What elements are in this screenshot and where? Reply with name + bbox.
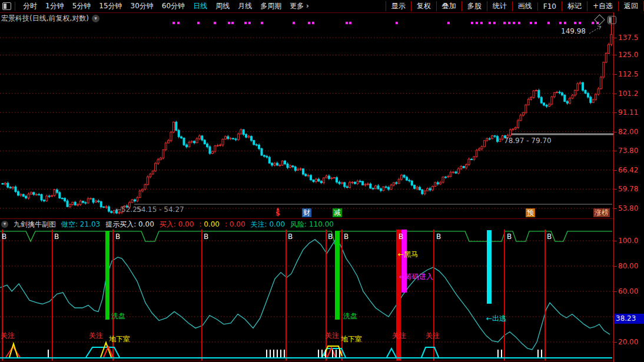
event-tag-减[interactable]: 减 <box>333 208 342 217</box>
darkhorse-label: ←黑马 <box>398 250 418 260</box>
indicator-chart[interactable] <box>0 230 613 361</box>
peak-price-label: 149.98 <box>561 27 586 35</box>
indicator-field: : 0.00 <box>225 220 245 228</box>
action-标记[interactable]: 标记 <box>562 1 587 11</box>
action-+自选[interactable]: +自选 <box>587 1 618 11</box>
buy-mark-b: B <box>507 233 512 241</box>
action-多股[interactable]: 多股 <box>462 1 487 11</box>
wash-label: 洗盘 <box>111 311 125 321</box>
indicator-axis-label: 80.00 <box>618 262 638 270</box>
event-tag-财[interactable]: 财 <box>302 208 311 217</box>
event-dot <box>346 22 348 24</box>
indicator-field: 买入: 0.00 <box>160 220 194 230</box>
axis-tick <box>614 94 617 94</box>
buy-mark-b: B <box>288 233 293 241</box>
basement-label: 地下室 <box>109 334 130 344</box>
bottom-signal-shape <box>327 348 336 357</box>
chevron-down-icon[interactable]: ▾ <box>92 15 99 22</box>
chips-in-label: ←筹码进入 <box>399 272 433 282</box>
price-axis-label: 66.42 <box>618 166 638 174</box>
action-返回[interactable]: 返回 <box>618 1 644 11</box>
buy-mark-b: B <box>344 233 348 241</box>
buy-mark-b: B <box>115 233 120 241</box>
period-tab-5分钟[interactable]: 5分钟 <box>68 1 95 11</box>
period-tab-多周期[interactable]: 多周期 <box>256 1 286 11</box>
event-dot <box>261 22 263 24</box>
action-统计[interactable]: 统计 <box>487 1 512 11</box>
axis-tick <box>614 208 617 209</box>
action-画线[interactable]: 画线 <box>512 1 537 11</box>
axis-tick <box>614 151 617 151</box>
watch-label: 关注 <box>89 331 103 341</box>
event-tag-涨榜[interactable]: 涨榜 <box>593 208 610 217</box>
candlestick-series <box>2 22 612 214</box>
axis-tick <box>614 112 617 113</box>
event-dot <box>312 22 314 24</box>
price-axis-label: 137.5 <box>618 34 638 42</box>
event-tag-$[interactable]: ▲$ <box>275 207 280 216</box>
event-dot <box>177 22 180 24</box>
price-axis-label: 125.0 <box>618 51 638 59</box>
period-tab-日线[interactable]: 日线 <box>189 1 211 11</box>
axis-tick <box>614 241 617 241</box>
wash-label: 洗盘 <box>343 311 357 321</box>
indicator-field: : 0.00 <box>199 220 220 228</box>
event-dot <box>579 22 581 24</box>
main-candlestick-chart[interactable] <box>0 12 613 218</box>
event-dot <box>447 22 450 24</box>
price-axis-label: 112.5 <box>618 70 638 78</box>
event-dot <box>248 22 251 24</box>
action-叠加[interactable]: 叠加 <box>436 1 462 11</box>
period-tab-1分钟[interactable]: 1分钟 <box>41 1 68 11</box>
axis-tick <box>614 38 617 38</box>
wash-bar <box>105 231 109 320</box>
event-dot <box>471 22 473 24</box>
event-dot <box>308 22 310 24</box>
buy-mark-b: B <box>436 233 441 241</box>
layout-icon[interactable] <box>2 2 11 10</box>
axis-tick <box>614 55 617 55</box>
period-tab-分时[interactable]: 分时 <box>19 1 41 11</box>
watch-label: 关注 <box>1 331 15 341</box>
event-dot <box>244 22 247 24</box>
period-tab-更多 ›[interactable]: 更多 › <box>286 1 313 11</box>
action-复权[interactable]: 复权 <box>411 1 436 11</box>
buy-mark-b: B <box>399 233 403 241</box>
last-value-badge: 38.23 <box>615 314 644 324</box>
axis-tick <box>614 74 617 75</box>
period-tab-15分钟[interactable]: 15分钟 <box>95 1 126 11</box>
axis-tick <box>614 266 617 267</box>
action-显示[interactable]: 显示 <box>386 1 411 11</box>
axis-tick <box>614 291 617 292</box>
period-tab-周线[interactable]: 周线 <box>211 1 234 11</box>
price-axis-label: 101.2 <box>618 89 638 98</box>
event-dot <box>231 22 234 24</box>
price-axis-label: 73.80 <box>618 147 638 155</box>
axis-tick <box>614 342 617 343</box>
bottom-signal-shape <box>387 348 396 357</box>
buy-mark-b: B <box>204 233 208 241</box>
event-dot <box>559 22 562 24</box>
indicator-field: 提示买入: 0.00 <box>105 220 154 230</box>
watch-label: 关注 <box>325 331 339 341</box>
axis-tick <box>614 170 617 171</box>
price-axis: 137.5125.0112.5101.291.1182.0073.8066.42… <box>613 12 644 362</box>
action-F10[interactable]: F10 <box>537 2 562 11</box>
resistance-range-label: 78.97 - 79.70 <box>504 137 552 145</box>
axis-tick <box>614 132 617 132</box>
chevron-down-icon[interactable]: ▾ <box>1 221 8 228</box>
peak-arrowhead <box>597 26 601 29</box>
price-axis-label: 53.80 <box>618 204 638 212</box>
period-tab-月线[interactable]: 月线 <box>234 1 256 11</box>
period-tab-60分钟[interactable]: 60分钟 <box>158 1 189 11</box>
event-dot <box>530 22 532 24</box>
indicator-axis-label: 60.00 <box>618 287 638 295</box>
price-axis-label: 59.78 <box>618 185 638 193</box>
event-dot <box>172 22 175 24</box>
period-tab-30分钟[interactable]: 30分钟 <box>127 1 158 11</box>
axis-tick <box>614 189 617 190</box>
event-dot <box>214 22 216 24</box>
panel-layout-icon[interactable] <box>608 16 616 24</box>
event-tag-预[interactable]: 预 <box>526 208 535 217</box>
event-dot <box>476 22 478 24</box>
